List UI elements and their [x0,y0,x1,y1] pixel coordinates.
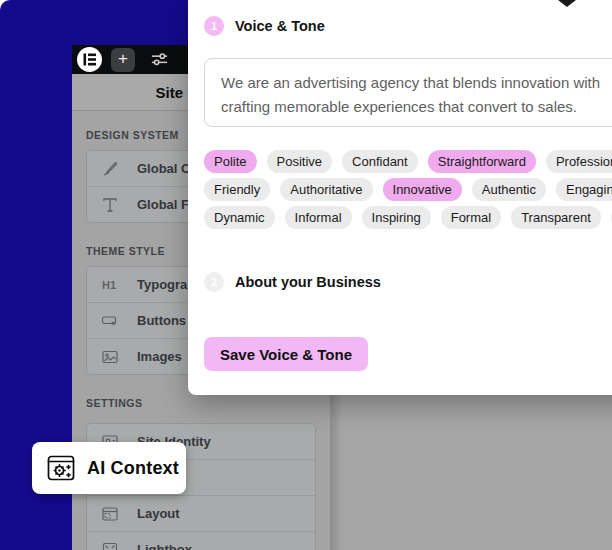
textarea-line: We are an advertising agency that blends… [221,71,612,95]
step2-header[interactable]: 2 About your Business [204,272,612,292]
app-root: + Site Settings DESIGN SYSTEM [0,0,612,550]
tone-chip[interactable]: Confidant [342,150,418,173]
cursor-artifact [556,0,578,9]
tone-chip[interactable]: Dynamic [204,206,275,229]
save-voice-tone-button[interactable]: Save Voice & Tone [204,337,368,371]
button-cursor-icon [100,311,120,331]
sidebar-item-lightbox[interactable]: Lightbox [87,532,315,550]
svg-text:H1: H1 [102,279,116,291]
ai-context-modal: 1 Voice & Tone We are an advertising age… [188,0,612,395]
sidebar-item-label: Lightbox [137,542,192,550]
voice-tone-textarea[interactable]: We are an advertising agency that blends… [204,58,612,127]
tone-chip[interactable]: Professional [546,150,612,173]
step1-header: 1 Voice & Tone [204,16,612,36]
textarea-line: crafting memorable experiences that conv… [221,95,612,119]
ai-context-label: AI Context [87,458,179,479]
h1-icon: H1 [100,275,120,295]
tone-chip[interactable]: Authoritative [280,178,372,201]
step1-number-badge: 1 [204,16,224,36]
layout-icon [100,504,120,524]
brush-icon [100,159,120,179]
sidebar-item-layout[interactable]: Layout [87,496,315,532]
ai-context-gear-window-icon [46,453,76,483]
tone-chip[interactable]: Friendly [204,178,270,201]
tone-chip[interactable]: Straightforward [428,150,536,173]
tone-chip-row: FriendlyAuthoritativeInnovativeAuthentic… [204,178,612,201]
tone-chip[interactable]: Innovative [383,178,462,201]
step2-number-badge: 2 [204,272,224,292]
tone-chip[interactable]: Polite [204,150,257,173]
section-label-settings: SETTINGS [86,397,316,409]
tone-chip[interactable]: Transparent [511,206,601,229]
add-element-button[interactable]: + [111,48,135,72]
tone-chip[interactable]: Informal [285,206,352,229]
step1-title: Voice & Tone [235,18,325,34]
tone-chip[interactable]: Formal [441,206,501,229]
tone-chip[interactable]: Engaging [556,178,612,201]
elementor-logo-icon [83,53,96,66]
sidebar-item-label: Layout [137,506,180,521]
sidebar-item-label: Images [137,349,182,364]
tone-chip[interactable]: Authentic [472,178,546,201]
tone-chip-group: PolitePositiveConfidantStraightforwardPr… [204,150,612,229]
sidebar-item-label: Buttons [137,313,186,328]
tone-chip[interactable]: Inspiring [362,206,431,229]
tone-chip-row: PolitePositiveConfidantStraightforwardPr… [204,150,612,173]
font-icon [100,195,120,215]
lightbox-icon [100,540,120,550]
tone-chip[interactable]: Positive [267,150,333,173]
step2-title: About your Business [235,274,381,290]
tone-chip-row: DynamicInformalInspiringFormalTransparen… [204,206,612,229]
elementor-logo-button[interactable] [77,47,102,72]
settings-sliders-icon[interactable] [150,50,169,69]
image-icon [100,347,120,367]
ai-context-badge[interactable]: AI Context [32,442,186,494]
